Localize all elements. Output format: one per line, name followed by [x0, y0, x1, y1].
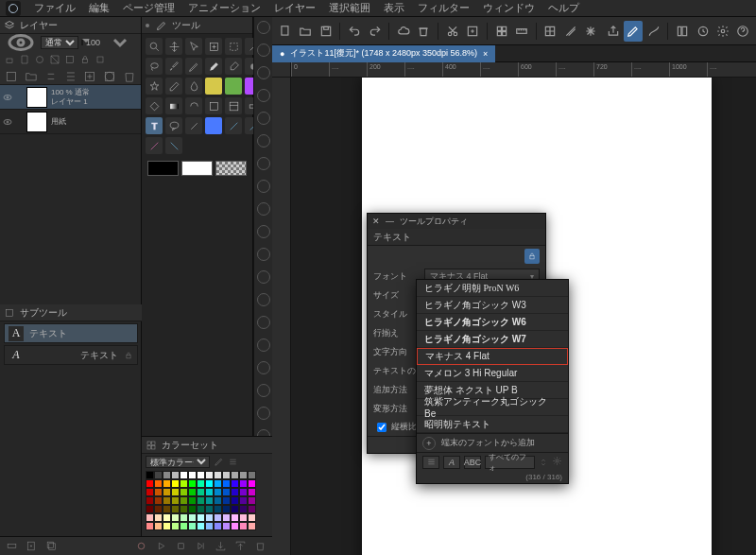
- colorset-menu-icon[interactable]: [228, 457, 238, 467]
- ref-icon[interactable]: [49, 54, 60, 65]
- color-swatch[interactable]: [171, 471, 180, 479]
- list-view-icon[interactable]: [422, 456, 439, 469]
- color-swatch[interactable]: [222, 513, 231, 522]
- clip-icon[interactable]: [19, 54, 30, 65]
- line-tool-c-icon[interactable]: [146, 137, 163, 154]
- color-swatch[interactable]: [197, 479, 205, 488]
- redo-icon[interactable]: [366, 21, 384, 42]
- color-swatch[interactable]: [197, 513, 205, 522]
- color-swatch[interactable]: [154, 505, 163, 513]
- color-swatch[interactable]: [163, 522, 171, 530]
- edit-icon[interactable]: [214, 457, 224, 467]
- liquify-tool-icon[interactable]: [205, 117, 222, 134]
- color-swatch[interactable]: [248, 513, 256, 522]
- trash-icon[interactable]: [254, 540, 266, 552]
- color-swatch[interactable]: [180, 488, 188, 496]
- snap-grid-icon[interactable]: [541, 21, 559, 42]
- color-swatch[interactable]: [239, 505, 248, 513]
- color-swatch[interactable]: [205, 513, 214, 522]
- cloud-icon[interactable]: [394, 21, 412, 42]
- color-swatch[interactable]: [171, 522, 180, 530]
- color-swatch[interactable]: [222, 505, 231, 513]
- line-tool-d-icon[interactable]: [165, 137, 182, 154]
- color-swatch[interactable]: [163, 488, 171, 496]
- brush-preset[interactable]: [257, 180, 270, 193]
- color-swatch[interactable]: [146, 505, 154, 513]
- fit-icon[interactable]: [463, 21, 481, 42]
- subtool-header[interactable]: サブツール: [0, 304, 142, 321]
- color-swatch[interactable]: [214, 471, 222, 479]
- color-swatch[interactable]: [239, 488, 248, 496]
- aspect-checkbox[interactable]: [377, 423, 387, 432]
- color-swatch[interactable]: [205, 496, 214, 505]
- color-swatch[interactable]: [146, 513, 154, 522]
- panel-layout-icon[interactable]: [673, 21, 691, 42]
- color-swatch[interactable]: [188, 513, 197, 522]
- color-swatch[interactable]: [154, 479, 163, 488]
- lock-alpha-icon[interactable]: [4, 54, 15, 65]
- color-swatch[interactable]: [248, 496, 256, 505]
- color-swatch[interactable]: [231, 488, 239, 496]
- brush-preset[interactable]: [257, 66, 270, 79]
- color-swatch[interactable]: [188, 479, 197, 488]
- document-tab[interactable]: ● イラスト11[復元]* (1748 x 2480px 350dpi 56.8…: [272, 45, 495, 62]
- brush-preset[interactable]: [257, 21, 270, 34]
- brush-preset[interactable]: [257, 225, 270, 238]
- brush-preset[interactable]: [257, 316, 270, 329]
- brush-preset[interactable]: [257, 384, 270, 397]
- lassosel-tool-icon[interactable]: [146, 58, 163, 75]
- color-swatch[interactable]: [214, 522, 222, 530]
- stop-icon[interactable]: [175, 540, 187, 552]
- color-swatch[interactable]: [231, 505, 239, 513]
- transparent-color[interactable]: [215, 161, 247, 176]
- marquee-tool-icon[interactable]: [225, 38, 242, 55]
- color-tag-icon[interactable]: [94, 54, 106, 65]
- menu-file[interactable]: ファイル: [34, 1, 76, 15]
- subtool-item[interactable]: A テキスト: [4, 345, 138, 365]
- color-swatch[interactable]: [197, 522, 205, 530]
- new-layer-icon[interactable]: [4, 69, 19, 84]
- grid-icon[interactable]: [492, 21, 510, 42]
- color-swatch[interactable]: [171, 513, 180, 522]
- color-swatch[interactable]: [188, 471, 197, 479]
- color-swatch[interactable]: [205, 488, 214, 496]
- blend-tool-icon[interactable]: [185, 78, 202, 95]
- color-swatch[interactable]: [154, 496, 163, 505]
- contour-tool-icon[interactable]: [185, 97, 202, 114]
- trash-icon[interactable]: [122, 69, 137, 84]
- highlighter-tool-icon[interactable]: [205, 78, 222, 95]
- operation-tool-icon[interactable]: [185, 38, 202, 55]
- color-swatch[interactable]: [231, 513, 239, 522]
- color-swatch[interactable]: [248, 522, 256, 530]
- move-tool-icon[interactable]: [165, 38, 182, 55]
- new-raster-icon[interactable]: [82, 69, 97, 84]
- color-swatch[interactable]: [180, 522, 188, 530]
- layer-item[interactable]: 100 % 通常レイヤー 1: [0, 85, 141, 110]
- color-swatch[interactable]: [197, 471, 205, 479]
- font-filter-select[interactable]: すべてのフォ: [485, 456, 535, 469]
- menu-animation[interactable]: アニメーション: [188, 1, 261, 15]
- tab-close-icon[interactable]: ×: [483, 49, 488, 59]
- menu-page[interactable]: ページ管理: [123, 1, 175, 15]
- text-tool-icon[interactable]: [146, 117, 163, 134]
- brush-preset[interactable]: [257, 157, 270, 170]
- layermove-tool-icon[interactable]: [205, 38, 222, 55]
- brush-tool-icon[interactable]: [225, 58, 242, 75]
- color-swatch[interactable]: [188, 505, 197, 513]
- font-option[interactable]: ヒラギノ角ゴシック W6: [417, 314, 568, 331]
- curve-icon[interactable]: [644, 21, 662, 42]
- brush-preset[interactable]: [257, 407, 270, 420]
- close-icon[interactable]: ✕: [372, 217, 380, 226]
- brush-preset[interactable]: [257, 89, 270, 102]
- menu-help[interactable]: ヘルプ: [548, 1, 579, 15]
- brush-preset[interactable]: [257, 293, 270, 306]
- color-swatch[interactable]: [248, 488, 256, 496]
- play-icon[interactable]: [155, 540, 167, 552]
- brush-preset[interactable]: [257, 202, 270, 216]
- color-swatch[interactable]: [214, 479, 222, 488]
- menu-selection[interactable]: 選択範囲: [329, 1, 370, 15]
- color-swatch[interactable]: [205, 479, 214, 488]
- panel-title[interactable]: ツールプロパティ: [400, 216, 468, 228]
- font-option[interactable]: ヒラギノ角ゴシック W3: [417, 297, 568, 314]
- color-swatch[interactable]: [180, 505, 188, 513]
